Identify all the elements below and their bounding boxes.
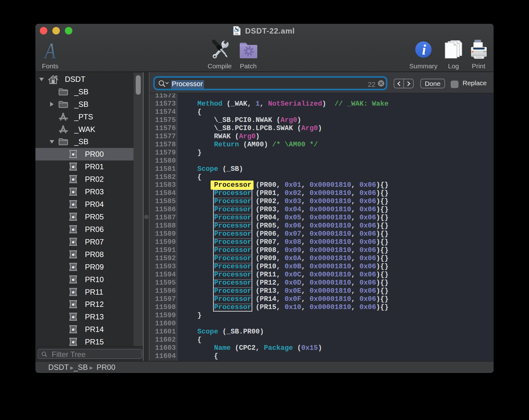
svg-text:A: A <box>44 43 56 60</box>
svg-text:AML: AML <box>235 33 239 35</box>
svg-text:i: i <box>422 42 426 58</box>
